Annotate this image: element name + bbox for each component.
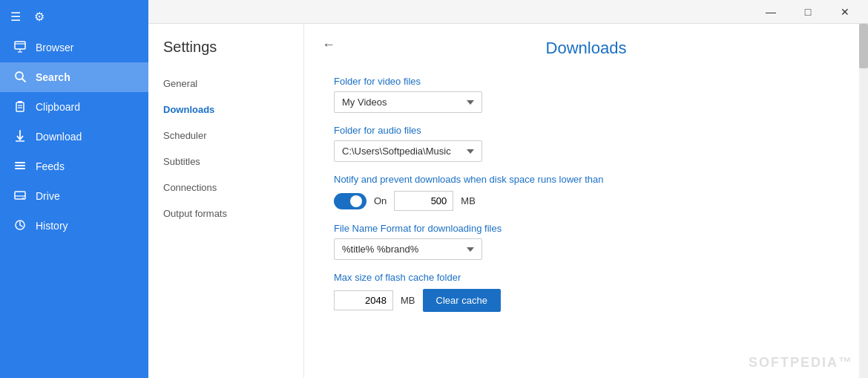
- close-button[interactable]: ✕: [828, 0, 862, 24]
- clear-cache-button[interactable]: Clear cache: [423, 289, 501, 312]
- sidebar-top: ☰ ⚙: [0, 0, 148, 33]
- video-folder-select[interactable]: My Videos: [334, 91, 482, 113]
- settings-nav-connections[interactable]: Connections: [148, 175, 303, 201]
- settings-nav-output-formats[interactable]: Output formats: [148, 201, 303, 227]
- svg-rect-15: [15, 192, 25, 199]
- toggle-slider: [334, 193, 366, 209]
- svg-rect-7: [18, 101, 22, 103]
- audio-folder-select[interactable]: C:\Users\Softpedia\Music: [334, 140, 482, 162]
- settings-nav-subtitles[interactable]: Subtitles: [148, 149, 303, 175]
- maximize-button[interactable]: □: [791, 0, 825, 24]
- sidebar-item-clipboard[interactable]: Clipboard: [0, 92, 148, 122]
- gear-icon[interactable]: ⚙: [34, 10, 45, 24]
- sidebar-item-drive-label: Drive: [36, 190, 60, 202]
- file-name-select[interactable]: %title% %brand%: [334, 238, 482, 260]
- main-content: — □ ✕ Settings General Downloads Schedul…: [148, 0, 868, 378]
- title-bar: — □ ✕: [148, 0, 868, 24]
- sidebar-item-search[interactable]: Search: [0, 62, 148, 92]
- sidebar-item-clipboard-label: Clipboard: [36, 101, 80, 113]
- sidebar-item-history-label: History: [36, 220, 68, 232]
- content-right: ← Downloads Folder for video files My Vi…: [304, 24, 868, 378]
- audio-folder-label: Folder for audio files: [334, 125, 838, 136]
- clipboard-icon: [13, 100, 27, 114]
- cache-size-input[interactable]: [334, 290, 393, 310]
- cache-unit: MB: [401, 295, 415, 306]
- feeds-icon: [13, 160, 27, 174]
- drive-icon: [13, 189, 27, 203]
- cache-label: Max size of flash cache folder: [334, 272, 838, 283]
- svg-line-5: [22, 79, 25, 82]
- sidebar-item-feeds[interactable]: Feeds: [0, 151, 148, 181]
- section-title: Downloads: [334, 39, 838, 58]
- browser-icon: [13, 41, 27, 55]
- sidebar-item-search-label: Search: [36, 71, 70, 83]
- video-folder-label: Folder for video files: [334, 76, 838, 87]
- file-name-label: File Name Format for downloading files: [334, 223, 838, 234]
- sidebar-item-feeds-label: Feeds: [36, 160, 65, 172]
- sidebar-item-browser[interactable]: Browser: [0, 33, 148, 62]
- sidebar-item-drive[interactable]: Drive: [0, 181, 148, 211]
- sidebar: ☰ ⚙ Browser Search Clipboard Download Fe…: [0, 0, 148, 378]
- disk-space-unit: MB: [461, 195, 476, 206]
- svg-rect-6: [16, 102, 24, 111]
- back-button[interactable]: ←: [316, 34, 341, 56]
- search-icon: [13, 71, 27, 85]
- svg-rect-12: [15, 162, 25, 163]
- sidebar-item-browser-label: Browser: [36, 42, 73, 53]
- settings-nav-scheduler[interactable]: Scheduler: [148, 123, 303, 149]
- cache-row: MB Clear cache: [334, 289, 838, 312]
- svg-rect-0: [15, 42, 25, 49]
- scrollbar-thumb[interactable]: [859, 24, 868, 68]
- svg-rect-13: [15, 165, 25, 166]
- download-icon: [13, 130, 27, 144]
- svg-rect-14: [15, 168, 25, 169]
- watermark: SOFTPEDIA™: [749, 355, 853, 371]
- settings-panel: Settings General Downloads Scheduler Sub…: [148, 24, 304, 378]
- disk-space-input[interactable]: [394, 191, 453, 211]
- disk-notify-toggle[interactable]: [334, 193, 366, 209]
- sidebar-item-download-label: Download: [36, 131, 82, 143]
- sidebar-item-history[interactable]: History: [0, 211, 148, 241]
- content-area: Settings General Downloads Scheduler Sub…: [148, 24, 868, 378]
- notify-row: On MB: [334, 191, 838, 211]
- notify-label: Notify and prevent downloads when disk s…: [334, 174, 838, 185]
- toggle-on-label: On: [374, 195, 387, 206]
- history-icon: [13, 219, 27, 233]
- scrollbar-track: [859, 24, 868, 378]
- sidebar-item-download[interactable]: Download: [0, 122, 148, 151]
- settings-nav-downloads[interactable]: Downloads: [148, 97, 303, 123]
- menu-icon[interactable]: ☰: [10, 10, 21, 24]
- minimize-button[interactable]: —: [754, 0, 788, 24]
- settings-title: Settings: [148, 39, 303, 71]
- svg-point-17: [22, 198, 24, 199]
- settings-nav-general[interactable]: General: [148, 71, 303, 97]
